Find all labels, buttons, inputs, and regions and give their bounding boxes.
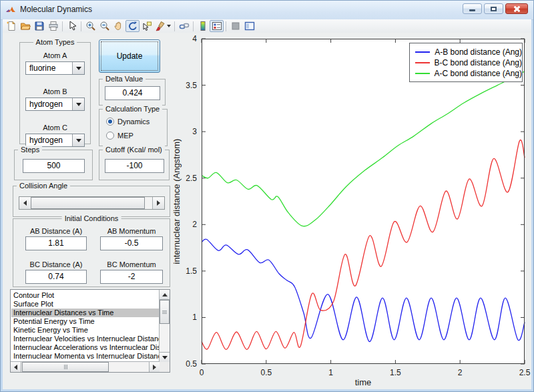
app-window: Molecular Dynamics Atom Types Atom Afluo… [0, 0, 534, 392]
atom-a-value: fluorine [29, 63, 55, 73]
right-arrow-icon [157, 200, 160, 206]
combo-dropdown-button[interactable] [72, 98, 84, 110]
atom-types-title: Atom Types [33, 38, 77, 46]
legend-entry: B-C bond distance (Ang) [410, 57, 522, 68]
maximize-button[interactable] [484, 3, 503, 14]
print-button[interactable] [46, 20, 60, 32]
slider-right-arrow[interactable] [152, 197, 164, 209]
data-cursor-button[interactable] [140, 20, 154, 32]
list-item[interactable]: Contour Plot [11, 291, 159, 300]
data-cursor-icon [142, 21, 152, 31]
minimize-button[interactable] [463, 3, 482, 14]
close-button[interactable] [505, 3, 528, 14]
collision-angle-slider[interactable] [19, 196, 165, 210]
scroll-right-button[interactable] [149, 362, 160, 372]
scroll-down-button[interactable] [160, 352, 170, 362]
atom-b-value: hydrogen [29, 100, 63, 109]
mep-radio[interactable]: MEP [106, 132, 134, 140]
show-plot-tools-button[interactable] [242, 20, 256, 32]
cutoff-title: Cutoff (Kcal/ mol) [103, 146, 165, 154]
figure-content: Atom Types Atom AfluorineAtom BhydrogenA… [3, 33, 531, 389]
list-item[interactable]: Surface Plot [11, 300, 159, 309]
ab-distance-a-field[interactable]: 1.81 [25, 236, 87, 250]
chevron-down-icon [76, 67, 81, 70]
ab-momentum-label: AB Momentum [100, 227, 163, 235]
legend-line-sample [415, 73, 430, 74]
list-item[interactable]: Potential Energy vs Time [11, 317, 159, 326]
atom-a-select[interactable]: fluorine [25, 61, 85, 75]
toolbar-separator [62, 21, 63, 31]
list-item[interactable]: Internuclear Accelerations vs Internucle… [11, 343, 159, 352]
combo-dropdown-button[interactable] [72, 62, 84, 74]
atom-b-label: Atom B [20, 87, 90, 95]
svg-text:3.5: 3.5 [186, 81, 197, 90]
svg-text:1: 1 [192, 313, 197, 322]
slider-thumb[interactable] [31, 197, 145, 209]
show-plot-tools-icon [244, 21, 255, 31]
plot-area[interactable]: 00.511.522.50.511.522.533.54internuclear… [202, 39, 525, 364]
ab-momentum-field[interactable]: -0.5 [100, 236, 163, 250]
title-bar[interactable]: Molecular Dynamics [1, 1, 533, 20]
save-button[interactable] [32, 20, 46, 32]
atom-b-select[interactable]: hydrogen [25, 97, 85, 111]
plot-legend[interactable]: A-B bond distance (Ang) B-C bond distanc… [409, 43, 523, 82]
brush-button[interactable] [154, 20, 172, 32]
dynamics-radio[interactable]: Dynamics [106, 118, 150, 126]
bc-momentum-field[interactable]: -2 [100, 270, 163, 284]
svg-text:1.5: 1.5 [390, 368, 401, 377]
pan-button[interactable] [111, 20, 125, 32]
steps-field[interactable]: 500 [23, 159, 85, 173]
update-button[interactable]: Update [99, 39, 160, 73]
cutoff-panel: Cutoff (Kcal/ mol) -100 [99, 150, 170, 180]
svg-text:0: 0 [200, 368, 204, 377]
calculation-type-panel: Calculation Type DynamicsMEP [99, 109, 168, 146]
combo-dropdown-button[interactable] [72, 134, 84, 146]
atom-types-panel: Atom Types Atom AfluorineAtom BhydrogenA… [19, 42, 91, 144]
insert-colorbar-button[interactable] [196, 20, 210, 32]
list-item[interactable]: Kinetic Energy vs Time [11, 326, 159, 335]
insert-legend-button[interactable] [210, 20, 224, 32]
horizontal-scroll-thumb[interactable] [22, 362, 109, 372]
bc-distance-a-field[interactable]: 0.74 [25, 270, 87, 284]
dropdown-caret-icon[interactable] [167, 25, 171, 27]
scroll-left-button[interactable] [11, 362, 21, 372]
window-title: Molecular Dynamics [20, 1, 92, 19]
cutoff-field[interactable]: -100 [105, 159, 164, 173]
rotate-3d-button[interactable] [125, 20, 140, 32]
new-file-button[interactable] [4, 20, 18, 32]
listbox-vertical-scrollbar[interactable] [159, 290, 170, 362]
atom-c-select[interactable]: hydrogen [25, 134, 85, 147]
save-icon [34, 21, 45, 31]
radio-label: Dynamics [117, 118, 150, 126]
calculation-type-title: Calculation Type [103, 105, 162, 113]
svg-text:2.5: 2.5 [186, 174, 197, 183]
toolbar [3, 19, 531, 33]
open-file-button[interactable] [18, 20, 32, 32]
legend-entry: A-B bond distance (Ang) [410, 47, 522, 57]
list-item[interactable]: Internuclear Velocities vs Internuclear … [11, 335, 159, 343]
pointer-icon [67, 21, 77, 31]
list-item[interactable]: Internuclear Momenta vs Internuclear Dis… [11, 352, 159, 361]
link-plots-button[interactable] [177, 20, 191, 32]
zoom-in-button[interactable] [83, 20, 97, 32]
delta-value-field[interactable]: 0.424 [105, 86, 160, 100]
plot-type-listbox[interactable]: Contour PlotSurface PlotInternuclear Dis… [10, 289, 170, 373]
slider-left-arrow[interactable] [19, 197, 31, 209]
listbox-horizontal-scrollbar[interactable] [11, 361, 160, 372]
svg-text:3: 3 [192, 127, 197, 136]
hide-plot-tools-icon [230, 21, 241, 31]
zoom-out-icon [99, 21, 110, 31]
legend-line-sample [415, 51, 430, 53]
zoom-out-button[interactable] [97, 20, 111, 32]
atom-c-value: hydrogen [29, 136, 63, 145]
list-item[interactable]: Internuclear Distances vs Time [11, 309, 159, 317]
down-arrow-icon [162, 356, 168, 359]
x-axis-label: time [355, 377, 372, 387]
minimize-icon [469, 9, 475, 11]
hide-plot-tools-button[interactable] [228, 20, 242, 32]
pointer-button[interactable] [65, 20, 79, 32]
ab-distance-a-label: AB Distance (A) [25, 227, 87, 235]
scroll-up-button[interactable] [160, 290, 170, 300]
atom-a-label: Atom A [20, 51, 90, 59]
vertical-scroll-thumb[interactable] [160, 300, 170, 324]
